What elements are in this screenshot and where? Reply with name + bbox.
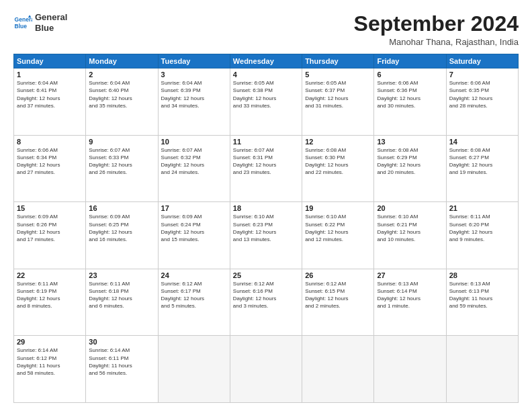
- day-info: Sunrise: 6:04 AM Sunset: 6:39 PM Dayligh…: [161, 79, 227, 109]
- day-info: Sunrise: 6:07 AM Sunset: 6:31 PM Dayligh…: [233, 146, 299, 177]
- day-cell: 9Sunrise: 6:07 AM Sunset: 6:33 PM Daylig…: [86, 135, 158, 202]
- day-cell: 2Sunrise: 6:04 AM Sunset: 6:40 PM Daylig…: [86, 68, 158, 136]
- weekday-monday: Monday: [86, 54, 158, 68]
- day-cell: 16Sunrise: 6:09 AM Sunset: 6:25 PM Dayli…: [86, 202, 158, 269]
- day-info: Sunrise: 6:12 AM Sunset: 6:17 PM Dayligh…: [161, 280, 227, 310]
- day-info: Sunrise: 6:12 AM Sunset: 6:16 PM Dayligh…: [233, 280, 299, 310]
- day-info: Sunrise: 6:09 AM Sunset: 6:25 PM Dayligh…: [89, 213, 154, 243]
- day-number: 1: [17, 71, 83, 79]
- day-info: Sunrise: 6:06 AM Sunset: 6:35 PM Dayligh…: [449, 79, 515, 109]
- day-number: 15: [17, 204, 83, 212]
- day-info: Sunrise: 6:07 AM Sunset: 6:33 PM Dayligh…: [89, 146, 154, 177]
- day-info: Sunrise: 6:05 AM Sunset: 6:38 PM Dayligh…: [233, 79, 299, 109]
- day-number: 7: [449, 71, 515, 79]
- weekday-tuesday: Tuesday: [158, 54, 230, 68]
- day-number: 26: [305, 271, 371, 279]
- day-info: Sunrise: 6:10 AM Sunset: 6:23 PM Dayligh…: [233, 213, 299, 243]
- day-cell: 14Sunrise: 6:08 AM Sunset: 6:27 PM Dayli…: [446, 135, 518, 202]
- day-cell: 29Sunrise: 6:14 AM Sunset: 6:12 PM Dayli…: [14, 336, 86, 403]
- day-number: 24: [161, 271, 227, 279]
- day-number: 21: [449, 204, 515, 212]
- day-cell: 30Sunrise: 6:14 AM Sunset: 6:11 PM Dayli…: [86, 336, 158, 403]
- week-row-1: 1Sunrise: 6:04 AM Sunset: 6:41 PM Daylig…: [14, 68, 519, 136]
- week-row-4: 22Sunrise: 6:11 AM Sunset: 6:19 PM Dayli…: [14, 269, 519, 336]
- day-cell: 27Sunrise: 6:13 AM Sunset: 6:14 PM Dayli…: [374, 269, 446, 336]
- day-cell: [446, 336, 518, 403]
- day-info: Sunrise: 6:14 AM Sunset: 6:12 PM Dayligh…: [17, 347, 83, 377]
- day-number: 30: [89, 338, 154, 346]
- day-number: 19: [305, 204, 371, 212]
- day-number: 12: [305, 138, 371, 146]
- day-number: 17: [161, 204, 227, 212]
- weekday-saturday: Saturday: [446, 54, 518, 68]
- day-cell: [230, 336, 302, 403]
- week-row-3: 15Sunrise: 6:09 AM Sunset: 6:26 PM Dayli…: [14, 202, 519, 269]
- day-cell: 20Sunrise: 6:10 AM Sunset: 6:21 PM Dayli…: [374, 202, 446, 269]
- day-cell: 26Sunrise: 6:12 AM Sunset: 6:15 PM Dayli…: [302, 269, 374, 336]
- logo-line1: General: [35, 12, 67, 23]
- day-number: 23: [89, 271, 154, 279]
- day-number: 2: [89, 71, 154, 79]
- day-number: 16: [89, 204, 154, 212]
- day-cell: 3Sunrise: 6:04 AM Sunset: 6:39 PM Daylig…: [158, 68, 230, 136]
- day-cell: 13Sunrise: 6:08 AM Sunset: 6:29 PM Dayli…: [374, 135, 446, 202]
- day-number: 27: [377, 271, 443, 279]
- day-cell: 22Sunrise: 6:11 AM Sunset: 6:19 PM Dayli…: [14, 269, 86, 336]
- weekday-sunday: Sunday: [14, 54, 86, 68]
- day-number: 25: [233, 271, 299, 279]
- day-info: Sunrise: 6:09 AM Sunset: 6:24 PM Dayligh…: [161, 213, 227, 243]
- day-number: 22: [17, 271, 83, 279]
- day-number: 5: [305, 71, 371, 79]
- day-info: Sunrise: 6:13 AM Sunset: 6:14 PM Dayligh…: [377, 280, 443, 310]
- day-info: Sunrise: 6:12 AM Sunset: 6:15 PM Dayligh…: [305, 280, 371, 310]
- day-cell: 15Sunrise: 6:09 AM Sunset: 6:26 PM Dayli…: [14, 202, 86, 269]
- day-info: Sunrise: 6:11 AM Sunset: 6:18 PM Dayligh…: [89, 280, 154, 310]
- day-cell: 19Sunrise: 6:10 AM Sunset: 6:22 PM Dayli…: [302, 202, 374, 269]
- title-block: September 2024 Manohar Thana, Rajasthan,…: [354, 12, 519, 47]
- day-number: 13: [377, 138, 443, 146]
- day-cell: 25Sunrise: 6:12 AM Sunset: 6:16 PM Dayli…: [230, 269, 302, 336]
- day-info: Sunrise: 6:07 AM Sunset: 6:32 PM Dayligh…: [161, 146, 227, 177]
- day-cell: 18Sunrise: 6:10 AM Sunset: 6:23 PM Dayli…: [230, 202, 302, 269]
- logo: General Blue General Blue: [13, 12, 67, 33]
- day-cell: 23Sunrise: 6:11 AM Sunset: 6:18 PM Dayli…: [86, 269, 158, 336]
- day-number: 18: [233, 204, 299, 212]
- day-info: Sunrise: 6:08 AM Sunset: 6:29 PM Dayligh…: [377, 146, 443, 177]
- calendar-body: 1Sunrise: 6:04 AM Sunset: 6:41 PM Daylig…: [14, 68, 519, 403]
- day-info: Sunrise: 6:05 AM Sunset: 6:37 PM Dayligh…: [305, 79, 371, 109]
- day-number: 14: [449, 138, 515, 146]
- weekday-header-row: SundayMondayTuesdayWednesdayThursdayFrid…: [14, 54, 519, 68]
- logo-icon: General Blue: [13, 13, 32, 32]
- day-cell: 5Sunrise: 6:05 AM Sunset: 6:37 PM Daylig…: [302, 68, 374, 136]
- day-cell: [158, 336, 230, 403]
- day-number: 20: [377, 204, 443, 212]
- day-cell: 6Sunrise: 6:06 AM Sunset: 6:36 PM Daylig…: [374, 68, 446, 136]
- page: General Blue General Blue September 2024…: [0, 0, 532, 411]
- logo-text: General Blue: [35, 12, 67, 33]
- day-info: Sunrise: 6:04 AM Sunset: 6:41 PM Dayligh…: [17, 79, 83, 109]
- day-cell: 1Sunrise: 6:04 AM Sunset: 6:41 PM Daylig…: [14, 68, 86, 136]
- subtitle: Manohar Thana, Rajasthan, India: [354, 37, 519, 47]
- day-number: 29: [17, 338, 83, 346]
- svg-text:Blue: Blue: [15, 22, 28, 29]
- day-info: Sunrise: 6:11 AM Sunset: 6:20 PM Dayligh…: [449, 213, 515, 243]
- day-info: Sunrise: 6:08 AM Sunset: 6:27 PM Dayligh…: [449, 146, 515, 177]
- day-number: 11: [233, 138, 299, 146]
- day-number: 6: [377, 71, 443, 79]
- day-cell: 11Sunrise: 6:07 AM Sunset: 6:31 PM Dayli…: [230, 135, 302, 202]
- calendar-table: SundayMondayTuesdayWednesdayThursdayFrid…: [13, 54, 519, 403]
- weekday-friday: Friday: [374, 54, 446, 68]
- day-cell: 12Sunrise: 6:08 AM Sunset: 6:30 PM Dayli…: [302, 135, 374, 202]
- day-cell: [302, 336, 374, 403]
- day-number: 8: [17, 138, 83, 146]
- day-cell: [374, 336, 446, 403]
- day-cell: 7Sunrise: 6:06 AM Sunset: 6:35 PM Daylig…: [446, 68, 518, 136]
- day-cell: 8Sunrise: 6:06 AM Sunset: 6:34 PM Daylig…: [14, 135, 86, 202]
- day-info: Sunrise: 6:11 AM Sunset: 6:19 PM Dayligh…: [17, 280, 83, 310]
- day-number: 28: [449, 271, 515, 279]
- day-cell: 28Sunrise: 6:13 AM Sunset: 6:13 PM Dayli…: [446, 269, 518, 336]
- week-row-2: 8Sunrise: 6:06 AM Sunset: 6:34 PM Daylig…: [14, 135, 519, 202]
- week-row-5: 29Sunrise: 6:14 AM Sunset: 6:12 PM Dayli…: [14, 336, 519, 403]
- weekday-wednesday: Wednesday: [230, 54, 302, 68]
- header: General Blue General Blue September 2024…: [13, 12, 519, 47]
